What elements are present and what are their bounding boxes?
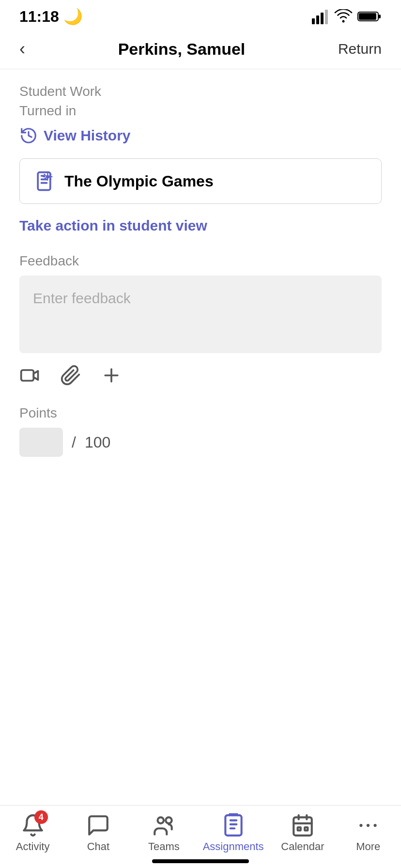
status-bar: 11:18 🌙 bbox=[0, 0, 401, 29]
svg-rect-3 bbox=[325, 10, 328, 24]
chat-label: Chat bbox=[87, 840, 109, 853]
svg-point-24 bbox=[374, 824, 377, 827]
status-icons bbox=[312, 9, 382, 24]
assignments-icon-container bbox=[221, 813, 246, 837]
bottom-nav: 4 Activity Chat Teams bbox=[0, 805, 401, 868]
svg-rect-21 bbox=[305, 827, 308, 830]
nav-item-activity[interactable]: 4 Activity bbox=[6, 813, 60, 853]
header: ‹ Perkins, Samuel Return bbox=[0, 29, 401, 69]
nav-item-assignments[interactable]: Assignments bbox=[203, 813, 264, 853]
main-content: Student Work Turned in View History The … bbox=[0, 69, 401, 471]
attach-icon[interactable] bbox=[60, 365, 81, 386]
svg-rect-16 bbox=[293, 817, 312, 836]
wifi-icon bbox=[334, 9, 353, 24]
take-action-link[interactable]: Take action in student view bbox=[19, 217, 382, 234]
svg-rect-7 bbox=[359, 13, 376, 20]
calendar-label: Calendar bbox=[281, 840, 324, 853]
points-divider: / bbox=[72, 434, 76, 451]
nav-item-chat[interactable]: Chat bbox=[72, 813, 125, 853]
svg-rect-2 bbox=[321, 13, 324, 24]
points-total: 100 bbox=[85, 434, 110, 451]
activity-icon-container: 4 bbox=[21, 813, 45, 837]
svg-point-14 bbox=[166, 817, 172, 823]
more-label: More bbox=[356, 840, 380, 853]
view-history-text: View History bbox=[44, 127, 131, 144]
svg-rect-20 bbox=[298, 827, 301, 830]
calendar-icon-container bbox=[291, 813, 315, 837]
feedback-label: Feedback bbox=[19, 253, 382, 269]
assignments-label: Assignments bbox=[203, 840, 264, 853]
header-title: Perkins, Samuel bbox=[118, 40, 246, 59]
assignments-icon bbox=[221, 813, 246, 837]
feedback-input[interactable] bbox=[19, 276, 382, 353]
points-input[interactable] bbox=[19, 428, 63, 457]
activity-badge: 4 bbox=[34, 810, 48, 824]
turned-in-label: Turned in bbox=[19, 103, 382, 119]
teams-label: Teams bbox=[148, 840, 180, 853]
teams-icon-container bbox=[152, 813, 176, 837]
status-time: 11:18 🌙 bbox=[19, 7, 83, 26]
svg-rect-8 bbox=[38, 172, 50, 190]
nav-item-teams[interactable]: Teams bbox=[137, 813, 190, 853]
svg-rect-0 bbox=[312, 18, 315, 24]
svg-rect-1 bbox=[316, 16, 319, 24]
nav-item-calendar[interactable]: Calendar bbox=[276, 813, 329, 853]
calendar-icon bbox=[291, 813, 315, 837]
svg-point-13 bbox=[158, 817, 164, 823]
more-icon-container bbox=[356, 813, 380, 837]
points-row: / 100 bbox=[19, 428, 382, 457]
file-name: The Olympic Games bbox=[64, 172, 214, 190]
file-card[interactable]: The Olympic Games bbox=[19, 158, 382, 204]
back-button[interactable]: ‹ bbox=[19, 39, 25, 59]
nav-item-more[interactable]: More bbox=[341, 813, 395, 853]
points-label: Points bbox=[19, 405, 382, 421]
svg-point-23 bbox=[367, 824, 370, 827]
history-icon bbox=[19, 126, 38, 145]
feedback-actions bbox=[19, 365, 382, 386]
battery-icon bbox=[357, 10, 382, 23]
teams-icon bbox=[152, 813, 176, 837]
video-icon[interactable] bbox=[19, 365, 41, 386]
view-history-row[interactable]: View History bbox=[19, 126, 382, 145]
student-work-label: Student Work bbox=[19, 84, 382, 99]
return-button[interactable]: Return bbox=[338, 41, 382, 57]
chat-icon bbox=[86, 813, 110, 837]
svg-rect-10 bbox=[21, 370, 34, 381]
chat-icon-container bbox=[86, 813, 110, 837]
home-indicator bbox=[152, 859, 249, 863]
svg-point-4 bbox=[342, 20, 345, 23]
svg-point-22 bbox=[360, 824, 363, 827]
activity-label: Activity bbox=[16, 840, 50, 853]
signal-icon bbox=[312, 9, 329, 24]
add-icon[interactable] bbox=[101, 365, 122, 386]
more-icon bbox=[356, 813, 380, 837]
file-icon bbox=[33, 170, 55, 192]
svg-rect-6 bbox=[379, 15, 381, 18]
